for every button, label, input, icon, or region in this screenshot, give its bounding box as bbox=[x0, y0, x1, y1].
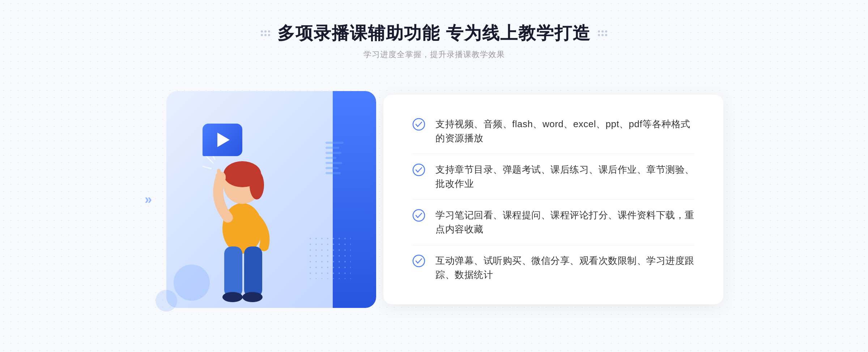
content-section: » bbox=[145, 77, 723, 322]
decorative-dots-left bbox=[261, 30, 270, 36]
check-circle-icon-1 bbox=[412, 118, 425, 131]
check-circle-icon-2 bbox=[412, 163, 425, 176]
svg-point-6 bbox=[222, 292, 243, 302]
header-section: 多项录播课辅助功能 专为线上教学打造 学习进度全掌握，提升录播课教学效果 bbox=[261, 22, 607, 60]
left-arrows-decoration: » bbox=[145, 192, 152, 207]
lines-decoration bbox=[326, 142, 344, 174]
feature-divider-1 bbox=[412, 154, 694, 154]
page-subtitle: 学习进度全掌握，提升录播课教学效果 bbox=[363, 49, 505, 60]
main-title: 多项录播课辅助功能 专为线上教学打造 bbox=[277, 22, 590, 45]
title-row: 多项录播课辅助功能 专为线上教学打造 bbox=[261, 22, 607, 45]
circle-decoration-2 bbox=[156, 290, 177, 312]
check-circle-icon-3 bbox=[412, 209, 425, 222]
feature-text-4: 互动弹幕、试听购买、微信分享、观看次数限制、学习进度跟踪、数据统计 bbox=[435, 254, 694, 282]
svg-rect-4 bbox=[224, 246, 242, 297]
svg-rect-5 bbox=[244, 246, 262, 297]
svg-point-3 bbox=[250, 171, 264, 199]
check-circle-icon-4 bbox=[412, 254, 425, 267]
feature-item-4: 互动弹幕、试听购买、微信分享、观看次数限制、学习进度跟踪、数据统计 bbox=[412, 254, 694, 282]
feature-divider-2 bbox=[412, 199, 694, 199]
decorative-dots-right bbox=[598, 30, 607, 36]
dots-grid-decoration bbox=[307, 236, 351, 279]
svg-line-11 bbox=[203, 166, 212, 169]
page-container: 多项录播课辅助功能 专为线上教学打造 学习进度全掌握，提升录播课教学效果 » bbox=[0, 0, 868, 352]
feature-text-2: 支持章节目录、弹题考试、课后练习、课后作业、章节测验、批改作业 bbox=[435, 163, 694, 191]
circle-decoration-1 bbox=[174, 265, 210, 301]
features-panel: 支持视频、音频、flash、word、excel、ppt、pdf等各种格式的资源… bbox=[383, 95, 723, 304]
illustration-wrapper: » bbox=[145, 77, 398, 322]
feature-divider-3 bbox=[412, 245, 694, 245]
svg-point-13 bbox=[413, 119, 425, 130]
feature-item-3: 学习笔记回看、课程提问、课程评论打分、课件资料下载，重点内容收藏 bbox=[412, 208, 694, 236]
svg-point-7 bbox=[242, 292, 263, 302]
svg-point-16 bbox=[413, 255, 425, 267]
svg-rect-9 bbox=[217, 169, 221, 179]
feature-item-1: 支持视频、音频、flash、word、excel、ppt、pdf等各种格式的资源… bbox=[412, 117, 694, 145]
svg-point-15 bbox=[413, 210, 425, 221]
play-button-bubble bbox=[203, 124, 242, 156]
feature-text-1: 支持视频、音频、flash、word、excel、ppt、pdf等各种格式的资源… bbox=[435, 117, 694, 145]
svg-point-14 bbox=[413, 164, 425, 176]
svg-line-10 bbox=[206, 156, 213, 163]
feature-item-2: 支持章节目录、弹题考试、课后练习、课后作业、章节测验、批改作业 bbox=[412, 163, 694, 191]
feature-text-3: 学习笔记回看、课程提问、课程评论打分、课件资料下载，重点内容收藏 bbox=[435, 208, 694, 236]
